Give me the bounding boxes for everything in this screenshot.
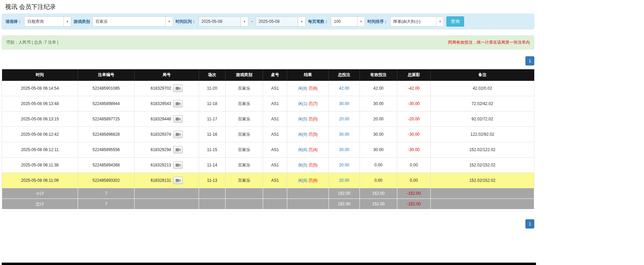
- header-session: 场次: [199, 69, 226, 81]
- date-from-input[interactable]: 2025-05-08 ▾: [198, 16, 248, 27]
- cell-payout: -30.00: [397, 127, 431, 142]
- cell-table-no: AS1: [263, 142, 287, 158]
- select-label: 请选择：: [5, 19, 22, 25]
- game-type-select[interactable]: 百家乐 ▾: [92, 16, 173, 27]
- cell-bet-no: 522485896628: [78, 127, 135, 142]
- cell-result: 闲(9) 庄(5): [287, 127, 329, 142]
- video-icon: [175, 132, 181, 136]
- video-replay-button[interactable]: [173, 177, 183, 184]
- header-round-no: 局号: [135, 69, 199, 81]
- page-1-button[interactable]: 1: [525, 56, 534, 65]
- cell-valid-bet: 0.00: [360, 158, 397, 173]
- cell-total-bet[interactable]: 20.00: [329, 173, 360, 188]
- page-title: 视讯 会员下注纪录: [2, 0, 534, 13]
- pagination-bottom: 1: [2, 219, 534, 229]
- cell-bet-no: 522485894368: [78, 158, 135, 173]
- cell-round-no: 618329543: [135, 96, 199, 112]
- chevron-down-icon[interactable]: ▾: [436, 17, 444, 26]
- cell-round-no: 618329213: [135, 158, 199, 173]
- result-player: 闲(8): [298, 178, 307, 183]
- subtotal-count: 7: [78, 188, 135, 199]
- cell-game-type: 百家乐: [226, 81, 263, 96]
- header-bet-no: 注单编号: [78, 69, 135, 81]
- result-banker: 庄(0): [308, 117, 318, 121]
- chevron-down-icon[interactable]: ▾: [63, 17, 71, 26]
- cell-time: 2025-05-08 06:12:11: [2, 142, 78, 158]
- cell-total-bet[interactable]: 30.00: [329, 127, 360, 142]
- cell-payout: -20.00: [397, 112, 431, 127]
- game-type-label: 游戏类别: [74, 19, 90, 25]
- result-player: 闲(5): [298, 117, 307, 121]
- grand-total-row: 总计 7 192.00 152.00 -152.00: [2, 199, 534, 209]
- video-icon: [175, 102, 181, 106]
- cell-time: 2025-05-08 06:11:38: [2, 158, 78, 173]
- cell-total-bet[interactable]: 20.00: [329, 112, 360, 127]
- video-icon: [175, 178, 181, 182]
- subtotal-payout: -152.00: [397, 188, 431, 199]
- video-icon: [175, 148, 181, 152]
- video-replay-button[interactable]: [173, 100, 183, 107]
- grand-total-total-bet: 192.00: [329, 199, 360, 209]
- chevron-down-icon[interactable]: ▾: [165, 17, 173, 26]
- video-icon: [175, 117, 181, 121]
- cell-total-bet[interactable]: 20.00: [329, 158, 360, 173]
- cell-round-no: 618329702: [135, 81, 199, 96]
- range-separator: ~: [251, 19, 253, 24]
- page-size-value: 100: [331, 19, 343, 24]
- sort-select[interactable]: 降幂(由大到小) ▾: [390, 16, 444, 27]
- video-replay-button[interactable]: [173, 161, 183, 169]
- cell-note: 42.02/0.02: [431, 81, 534, 96]
- result-player: 闲(9): [298, 132, 307, 137]
- round-number: 618329131: [151, 178, 171, 183]
- page-1-button[interactable]: 1: [525, 219, 534, 229]
- bet-records-table: 时间 注单编号 局号 场次 游戏类别 桌号 结果 总投注 有效投注 总派彩 备注…: [2, 69, 534, 209]
- cell-result: 闲(8) 庄(8): [287, 173, 329, 188]
- summary-notice-text: 同局有效投注，统一计算在该局第一张注单内: [448, 40, 530, 45]
- grand-total-payout: -152.00: [397, 199, 431, 209]
- grand-total-valid-bet: 152.00: [360, 199, 397, 209]
- cell-total-bet[interactable]: 42.00: [329, 81, 360, 96]
- subtotal-label: 小计: [2, 188, 78, 199]
- cell-total-bet[interactable]: 30.00: [329, 142, 360, 158]
- table-row: 2025-05-08 06:11:09 522485893302 6183291…: [2, 173, 534, 188]
- cell-session: 11-15: [199, 142, 226, 158]
- pagination-top: 1: [2, 56, 534, 65]
- date-from-value: 2025-05-08: [199, 19, 225, 24]
- cell-note: 72.02/42.02: [431, 96, 534, 112]
- video-replay-button[interactable]: [173, 85, 183, 92]
- search-button[interactable]: 查询: [446, 16, 464, 27]
- result-banker: 庄(6): [308, 86, 318, 91]
- date-to-input[interactable]: 2025-05-08 ▾: [256, 16, 306, 27]
- header-game-type: 游戏类别: [226, 69, 263, 81]
- query-type-select[interactable]: 日期查询 ▾: [24, 16, 71, 27]
- cell-time: 2025-05-08 06:13:15: [2, 112, 78, 127]
- cell-bet-no: 522485898944: [78, 96, 135, 112]
- cell-result: 闲(8) 庄(6): [287, 81, 329, 96]
- cell-payout: 0.00: [397, 158, 431, 173]
- result-banker: 庄(8): [308, 178, 318, 183]
- chevron-down-icon[interactable]: ▾: [241, 17, 248, 26]
- cell-result: 闲(1) 庄(7): [287, 96, 329, 112]
- cell-session: 11-20: [199, 81, 226, 96]
- table-header-row: 时间 注单编号 局号 场次 游戏类别 桌号 结果 总投注 有效投注 总派彩 备注: [2, 69, 534, 81]
- table-row: 2025-05-08 06:14:54 522485901085 6183297…: [2, 81, 534, 96]
- header-note: 备注: [431, 69, 534, 81]
- table-body: 2025-05-08 06:14:54 522485901085 6183297…: [2, 81, 534, 188]
- sort-value: 降幂(由大到小): [390, 19, 423, 25]
- chevron-down-icon[interactable]: ▾: [357, 17, 365, 26]
- cell-game-type: 百家乐: [226, 142, 263, 158]
- chevron-down-icon[interactable]: ▾: [298, 17, 305, 26]
- result-banker: 庄(4): [308, 147, 318, 152]
- video-replay-button[interactable]: [173, 115, 183, 123]
- header-payout: 总派彩: [397, 69, 431, 81]
- table-row: 2025-05-08 06:12:11 522485895556 6183292…: [2, 142, 534, 158]
- cell-round-no: 618329374: [135, 127, 199, 142]
- page-size-select[interactable]: 100 ▾: [331, 16, 365, 27]
- cell-total-bet[interactable]: 30.00: [329, 96, 360, 112]
- cell-table-no: AS1: [263, 96, 287, 112]
- cell-game-type: 百家乐: [226, 96, 263, 112]
- video-replay-button[interactable]: [173, 146, 183, 153]
- round-number: 618329294: [151, 147, 171, 152]
- video-replay-button[interactable]: [173, 131, 183, 138]
- round-number: 618329702: [151, 86, 171, 91]
